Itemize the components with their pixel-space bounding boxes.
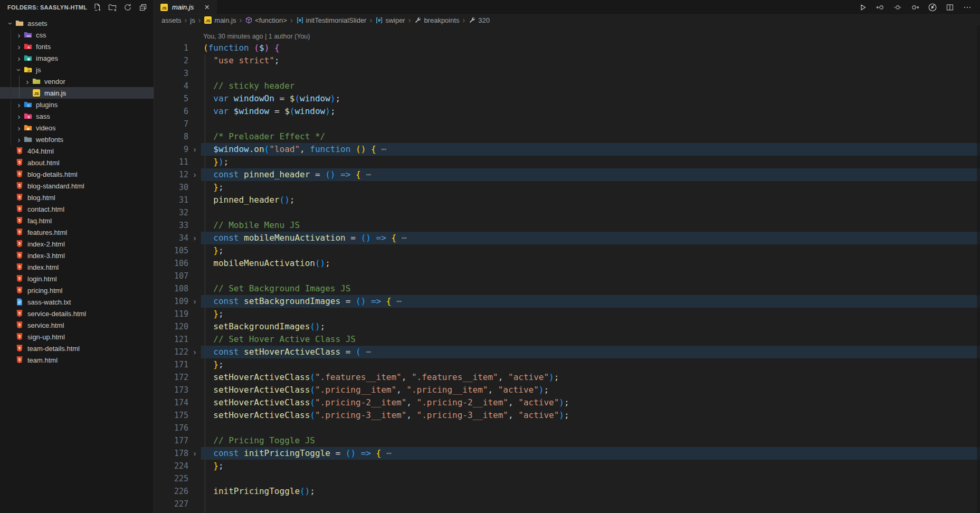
tree-item-team-details.html[interactable]: 5team-details.html <box>0 343 154 354</box>
code-line-content[interactable]: mobileMenuActivation(); <box>201 257 980 270</box>
tree-item-service.html[interactable]: 5service.html <box>0 319 154 331</box>
tree-item-vendor[interactable]: ›❏vendor <box>0 75 154 87</box>
tree-item-index.html[interactable]: 5index.html <box>0 261 154 273</box>
new-folder-button[interactable] <box>107 2 118 13</box>
tree-item-webfonts[interactable]: ›webfonts <box>0 134 154 145</box>
code-line-content[interactable]: }; <box>201 181 980 194</box>
next-change-button[interactable] <box>910 2 920 13</box>
code-line-content[interactable]: }; <box>201 358 980 371</box>
code-line-content[interactable]: const setHoverActiveClass = ( ⋯ <box>201 346 980 358</box>
tree-item-main.js[interactable]: JSmain.js <box>0 87 154 99</box>
chevron-right-icon[interactable]: › <box>23 78 32 86</box>
breadcrumb-item-swiper[interactable]: swiper <box>375 16 405 24</box>
run-or-debug-button[interactable] <box>927 2 938 13</box>
folded-code-ellipsis[interactable]: ⋯ <box>376 144 386 154</box>
code-line-content[interactable]: // Set Background Images JS <box>201 282 980 295</box>
fold-expand-icon[interactable]: › <box>188 232 201 244</box>
folded-code-ellipsis[interactable]: ⋯ <box>391 296 401 306</box>
tree-item-videos[interactable]: ›▶videos <box>0 122 154 134</box>
code-line-content[interactable]: "use strict"; <box>201 54 980 67</box>
tree-item-features.html[interactable]: 5features.html <box>0 226 154 238</box>
breadcrumb-item--function-[interactable]: <function> <box>245 16 287 24</box>
code-line-content[interactable]: // sticky header <box>201 80 980 92</box>
tree-item-fonts[interactable]: ›Afonts <box>0 41 154 52</box>
code-line-content[interactable] <box>201 498 980 510</box>
code-line-content[interactable]: const mobileMenuActivation = () => { ⋯ <box>201 232 980 244</box>
code-line-content[interactable] <box>201 118 980 130</box>
tree-item-blog-standard.html[interactable]: 5blog-standard.html <box>0 180 154 192</box>
tree-item-js[interactable]: ›JSjs <box>0 64 154 75</box>
tree-item-blog.html[interactable]: 5blog.html <box>0 192 154 203</box>
tree-item-team.html[interactable]: 5team.html <box>0 354 154 366</box>
folded-code-ellipsis[interactable]: ⋯ <box>396 233 406 243</box>
code-line-content[interactable]: var $window = $(window); <box>201 105 980 118</box>
code-line-content[interactable]: setHoverActiveClass(".pricing-3__item", … <box>201 409 980 422</box>
chevron-down-icon[interactable]: › <box>7 19 15 27</box>
tree-item-sign-up.html[interactable]: 5sign-up.html <box>0 331 154 343</box>
tree-item-blog-details.html[interactable]: 5blog-details.html <box>0 168 154 180</box>
run-file-button[interactable] <box>858 2 868 13</box>
tab-main-js[interactable]: JS main.js × <box>155 0 217 14</box>
collapse-folders-button[interactable] <box>138 2 148 13</box>
chevron-right-icon[interactable]: › <box>15 31 23 39</box>
fold-expand-icon[interactable]: › <box>188 295 201 308</box>
tree-item-index-3.html[interactable]: 5index-3.html <box>0 250 154 261</box>
fold-expand-icon[interactable]: › <box>188 143 201 156</box>
tree-item-index-2.html[interactable]: 5index-2.html <box>0 238 154 250</box>
tree-item-plugins[interactable]: ›◰plugins <box>0 99 154 110</box>
breadcrumb-item-js[interactable]: js <box>190 16 195 24</box>
chevron-right-icon[interactable]: › <box>15 112 23 120</box>
fold-expand-icon[interactable]: › <box>188 447 201 460</box>
tree-item-contact.html[interactable]: 5contact.html <box>0 203 154 215</box>
code-line-content[interactable]: }; <box>201 244 980 257</box>
code-line-content[interactable] <box>201 472 980 485</box>
code-line-content[interactable]: // Pricing Toggle JS <box>201 434 980 447</box>
code-line-content[interactable]: setHoverActiveClass(".pricing-2__item", … <box>201 396 980 409</box>
code-line-content[interactable] <box>201 206 980 219</box>
breadcrumb-item-assets[interactable]: assets <box>161 16 182 24</box>
breadcrumb-item-320[interactable]: 320 <box>468 16 490 24</box>
chevron-down-icon[interactable]: › <box>15 65 23 74</box>
chevron-right-icon[interactable]: › <box>15 101 23 109</box>
scrollbar-track[interactable] <box>977 25 980 513</box>
tree-item-images[interactable]: ›▣images <box>0 52 154 64</box>
fold-expand-icon[interactable]: › <box>188 346 201 358</box>
folded-code-ellipsis[interactable]: ⋯ <box>361 347 371 357</box>
code-line-content[interactable] <box>201 422 980 434</box>
breadcrumb-item-inittestimonialslider[interactable]: initTestimonialSlider <box>296 16 367 24</box>
code-line-content[interactable]: setHoverActiveClass(".pricing__item", ".… <box>201 384 980 396</box>
code-line-content[interactable]: (function ($) { <box>201 42 980 54</box>
codelens-annotation[interactable]: You, 30 minutes ago | 1 author (You) <box>155 25 980 42</box>
tree-item-sass[interactable]: ›Ssass <box>0 110 154 122</box>
tree-item-404.html[interactable]: 5404.html <box>0 145 154 157</box>
code-line-content[interactable]: pinned_header(); <box>201 194 980 206</box>
code-line-content[interactable]: /* Preloader Effect */ <box>201 130 980 143</box>
tree-item-assets[interactable]: ›assets <box>0 17 154 29</box>
code-line-content[interactable]: const pinned_header = () => { ⋯ <box>201 168 980 181</box>
chevron-right-icon[interactable]: › <box>15 54 23 62</box>
chevron-right-icon[interactable]: › <box>15 43 23 51</box>
code-line-content[interactable]: const initPricingToggle = () => { ⋯ <box>201 447 980 460</box>
code-line-content[interactable]: // Mobile Menu JS <box>201 219 980 232</box>
tree-item-about.html[interactable]: 5about.html <box>0 157 154 168</box>
folded-code-ellipsis[interactable]: ⋯ <box>361 169 371 179</box>
code-line-content[interactable] <box>201 270 980 282</box>
breadcrumb-item-main.js[interactable]: JSmain.js <box>204 16 236 24</box>
new-file-button[interactable] <box>92 2 102 13</box>
fold-expand-icon[interactable]: › <box>188 168 201 181</box>
previous-change-button[interactable] <box>875 2 886 13</box>
code-line-content[interactable] <box>201 67 980 80</box>
code-line-content[interactable]: // Testimonial Slider <box>201 510 980 513</box>
close-tab-icon[interactable]: × <box>202 3 212 12</box>
folded-code-ellipsis[interactable]: ⋯ <box>381 448 391 458</box>
code-line-content[interactable]: initPricingToggle(); <box>201 485 980 498</box>
split-editor-button[interactable] <box>945 2 955 13</box>
code-line-content[interactable]: setHoverActiveClass(".features__item", "… <box>201 371 980 384</box>
chevron-right-icon[interactable]: › <box>15 124 23 132</box>
code-line-content[interactable]: setBackgroundImages(); <box>201 320 980 333</box>
code-line-content[interactable]: }); <box>201 156 980 168</box>
more-actions-button[interactable] <box>962 2 973 13</box>
code-line-content[interactable]: const setBackgroundImages = () => { ⋯ <box>201 295 980 308</box>
tree-item-pricing.html[interactable]: 5pricing.html <box>0 284 154 296</box>
tree-item-sass-watch.txt[interactable]: sass-watch.txt <box>0 296 154 308</box>
